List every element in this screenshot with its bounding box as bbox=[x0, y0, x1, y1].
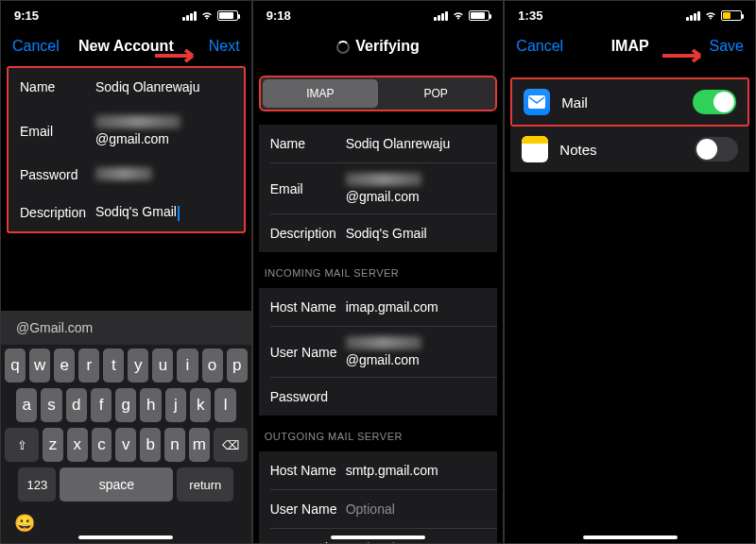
mail-row: Mail bbox=[512, 79, 747, 125]
in-pass-row[interactable]: Password bbox=[259, 378, 498, 416]
battery-icon bbox=[721, 10, 742, 21]
out-host-row[interactable]: Host Namesmtp.gmail.com bbox=[259, 451, 498, 489]
time: 9:18 bbox=[266, 8, 291, 23]
screen-new-account: 9:15 Cancel New Account Next Name Sodiq … bbox=[0, 0, 252, 544]
key-a[interactable]: a bbox=[16, 388, 37, 422]
email-label: Email bbox=[20, 124, 95, 139]
num-key[interactable]: 123 bbox=[18, 468, 56, 502]
page-title: Verifying bbox=[336, 38, 420, 55]
key-p[interactable]: p bbox=[227, 348, 248, 382]
key-s[interactable]: s bbox=[41, 388, 61, 422]
key-t[interactable]: t bbox=[103, 348, 124, 382]
key-x[interactable]: x bbox=[67, 428, 88, 462]
return-key[interactable]: return bbox=[177, 468, 233, 502]
mail-toggle[interactable] bbox=[693, 90, 736, 114]
protocol-tabs: IMAP POP bbox=[259, 76, 498, 111]
signal-icon bbox=[182, 11, 197, 21]
emoji-key[interactable]: 😀 bbox=[5, 507, 248, 539]
password-label: Password bbox=[20, 167, 95, 182]
battery-icon bbox=[217, 10, 238, 21]
cancel-button[interactable]: Cancel bbox=[12, 38, 64, 55]
delete-key[interactable]: ⌫ bbox=[214, 428, 248, 462]
battery-icon bbox=[469, 10, 490, 21]
svg-rect-0 bbox=[528, 95, 545, 109]
description-label: Description bbox=[20, 205, 95, 220]
description-row[interactable]: Description Sodiq's Gmail bbox=[9, 194, 244, 231]
status-bar: 1:35 bbox=[505, 1, 755, 30]
key-q[interactable]: q bbox=[5, 348, 26, 382]
mail-icon bbox=[524, 89, 550, 115]
email-value: @gmail.com bbox=[95, 115, 232, 146]
wifi-icon bbox=[452, 11, 465, 21]
time: 9:15 bbox=[14, 8, 39, 23]
arrow-annotation bbox=[661, 44, 713, 67]
description-value: Sodiq's Gmail bbox=[95, 204, 232, 220]
screen-verifying: 9:18 Verifying IMAP POP NameSodiq Olanre… bbox=[252, 0, 505, 544]
out-user-row[interactable]: User NameOptional bbox=[259, 490, 498, 528]
key-z[interactable]: z bbox=[43, 428, 63, 462]
key-u[interactable]: u bbox=[152, 348, 173, 382]
key-e[interactable]: e bbox=[54, 348, 75, 382]
in-host-row[interactable]: Host Nameimap.gmail.com bbox=[259, 288, 498, 326]
description-row[interactable]: DescriptionSodiq's Gmail bbox=[259, 214, 498, 252]
keyboard: qwertyuiop asdfghjkl ⇧ zxcvbnm ⌫ 123 spa… bbox=[1, 345, 251, 543]
notes-label: Notes bbox=[559, 142, 596, 158]
notes-row: Notes bbox=[510, 127, 749, 172]
notes-icon bbox=[522, 136, 548, 162]
key-l[interactable]: l bbox=[215, 388, 235, 422]
home-indicator[interactable] bbox=[78, 536, 173, 539]
incoming-header: Incoming Mail Server bbox=[253, 256, 504, 284]
signal-icon bbox=[686, 11, 700, 21]
cancel-button[interactable]: Cancel bbox=[516, 38, 568, 55]
email-row[interactable]: Email@gmail.com bbox=[259, 163, 498, 213]
time: 1:35 bbox=[518, 8, 542, 23]
key-r[interactable]: r bbox=[78, 348, 99, 382]
page-title: IMAP bbox=[611, 38, 649, 55]
status-bar: 9:18 bbox=[253, 1, 504, 30]
signal-icon bbox=[434, 11, 448, 21]
key-n[interactable]: n bbox=[164, 428, 185, 462]
key-o[interactable]: o bbox=[202, 348, 223, 382]
tab-imap[interactable]: IMAP bbox=[263, 79, 378, 108]
nav-bar: Cancel IMAP Save bbox=[505, 30, 755, 62]
key-m[interactable]: m bbox=[189, 428, 210, 462]
key-b[interactable]: b bbox=[140, 428, 161, 462]
mail-label: Mail bbox=[561, 94, 588, 110]
account-form: Name Sodiq Olanrewaju Email @gmail.com P… bbox=[7, 66, 246, 233]
name-value: Sodiq Olanrewaju bbox=[95, 79, 232, 94]
wifi-icon bbox=[200, 11, 214, 21]
key-v[interactable]: v bbox=[115, 428, 136, 462]
wifi-icon bbox=[704, 11, 717, 21]
password-value bbox=[95, 167, 232, 183]
spinner-icon bbox=[336, 41, 350, 54]
shift-key[interactable]: ⇧ bbox=[5, 428, 39, 462]
home-indicator[interactable] bbox=[583, 536, 678, 539]
password-row[interactable]: Password bbox=[9, 156, 244, 194]
name-label: Name bbox=[20, 79, 95, 94]
key-f[interactable]: f bbox=[91, 388, 112, 422]
key-c[interactable]: c bbox=[92, 428, 112, 462]
name-row[interactable]: Name Sodiq Olanrewaju bbox=[9, 68, 244, 106]
in-user-row[interactable]: User Name@gmail.com bbox=[259, 327, 498, 377]
space-key[interactable]: space bbox=[60, 468, 173, 502]
key-j[interactable]: j bbox=[165, 388, 186, 422]
notes-toggle[interactable] bbox=[695, 137, 738, 162]
name-row[interactable]: NameSodiq Olanrewaju bbox=[259, 125, 498, 162]
arrow-annotation bbox=[153, 44, 206, 67]
nav-bar: Cancel New Account Next bbox=[1, 30, 251, 62]
outgoing-header: Outgoing Mail Server bbox=[253, 419, 504, 448]
home-indicator[interactable] bbox=[331, 536, 425, 539]
key-y[interactable]: y bbox=[128, 348, 148, 382]
screen-imap: 1:35 Cancel IMAP Save Mail Notes bbox=[504, 0, 756, 544]
keyboard-suggest[interactable]: @Gmail.com bbox=[1, 311, 251, 345]
key-k[interactable]: k bbox=[190, 388, 211, 422]
nav-bar: Verifying bbox=[253, 30, 504, 62]
key-g[interactable]: g bbox=[115, 388, 136, 422]
tab-pop[interactable]: POP bbox=[378, 79, 493, 108]
key-d[interactable]: d bbox=[66, 388, 87, 422]
key-w[interactable]: w bbox=[29, 348, 50, 382]
status-bar: 9:15 bbox=[1, 1, 251, 30]
key-i[interactable]: i bbox=[177, 348, 198, 382]
email-row[interactable]: Email @gmail.com bbox=[9, 106, 244, 156]
key-h[interactable]: h bbox=[140, 388, 161, 422]
